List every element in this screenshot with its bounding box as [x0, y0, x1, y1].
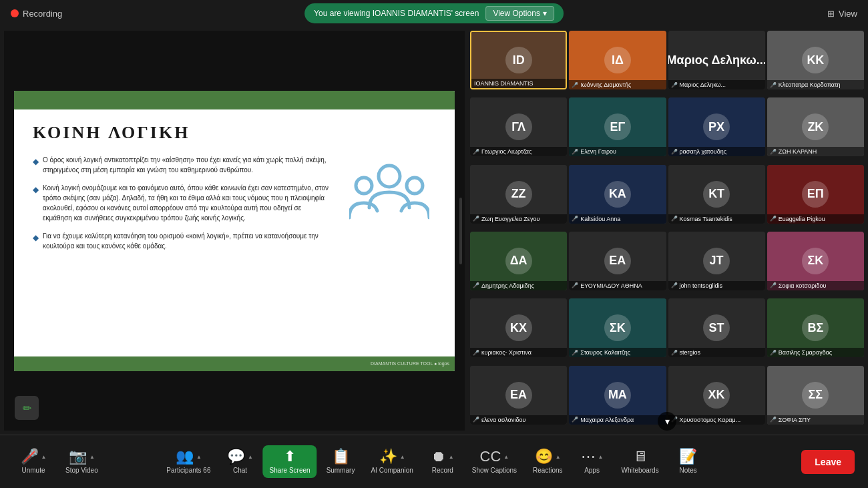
whiteboards-button[interactable]: 🖥 Whiteboards: [615, 445, 666, 478]
avatar: ΚΤ: [703, 181, 730, 208]
svg-point-2: [407, 178, 423, 194]
participant-name-bar: 🎤Σταυρος Καλαιτζης: [569, 348, 666, 357]
toolbar-left: 🎤 ▲ Unmute 📷 ▲ Stop Video: [13, 445, 105, 478]
participant-name-bar: 🎤Μαχαιρα Αλεξανδρα: [569, 415, 666, 425]
notes-label: Notes: [680, 467, 697, 474]
unmute-caret[interactable]: ▲: [41, 454, 47, 460]
participant-name-bar: 🎤Βασιλης Σμαραγδας: [767, 348, 864, 357]
captions-caret[interactable]: ▲: [503, 454, 509, 460]
participant-tile: ΕΑ🎤ΕΥΟΥΜΙΑΔΟΥ ΑΘΗΝΑ: [569, 232, 666, 290]
annotation-button[interactable]: ✏: [15, 396, 39, 420]
chat-icon: 💬: [227, 449, 245, 464]
avatar: ΔΑ: [505, 248, 532, 274]
participants-caret[interactable]: ▲: [196, 454, 202, 460]
participant-name-bar: 🎤Kosmas Tsantekidis: [668, 214, 765, 224]
participant-tile: ΜΑ🎤Μαχαιρα Αλεξανδρα: [569, 366, 666, 425]
mic-off-icon: 🎤: [770, 350, 777, 356]
scroll-down-button[interactable]: ▾: [658, 412, 676, 431]
avatar: ΕΓ: [604, 113, 631, 140]
chat-caret[interactable]: ▲: [248, 454, 253, 460]
participant-tile: ΚΤ🎤Kosmas Tsantekidis: [668, 165, 765, 224]
companion-button[interactable]: ✨ ▲ AI Companion: [364, 445, 419, 478]
record-caret[interactable]: ▲: [449, 454, 454, 460]
avatar: ΖΚ: [802, 113, 829, 140]
slide-text-area: ΚΟΙNH ΛΟΓΙΚΗ ◆ Ο όρος κοινή λογική αντικ…: [33, 123, 329, 259]
mic-off-icon: 🎤: [473, 417, 479, 423]
participant-tile: ΙΔ🎤Ιωάννης Διαμαντής: [569, 31, 666, 89]
reactions-icon: 😊: [535, 449, 553, 464]
avatar: ID: [505, 47, 532, 73]
notes-icon: 📝: [679, 449, 697, 464]
stop-video-button[interactable]: 📷 ▲ Stop Video: [59, 445, 105, 478]
mic-off-icon: 🎤: [671, 216, 678, 222]
participant-name-bar: 🎤Euaggelia Pigkou: [767, 214, 864, 224]
chat-button[interactable]: 💬 ▲ Chat: [220, 445, 260, 478]
toolbar-center: 👥 ▲ Participants 66 💬 ▲ Chat ⬆ Share Scr…: [160, 445, 708, 478]
apps-label: Apps: [584, 467, 600, 474]
notes-button[interactable]: 📝 Notes: [668, 445, 708, 478]
mic-off-icon: 🎤: [671, 350, 678, 356]
participant-name-bar: 🎤john tentsoglidis: [668, 281, 765, 290]
mic-off-icon: 🎤: [572, 149, 578, 155]
video-caret[interactable]: ▲: [89, 454, 95, 460]
top-right: ⊞ View: [827, 9, 857, 19]
top-bar: Recording You are viewing IOANNIS DIAMAN…: [0, 0, 868, 27]
avatar: ΣΣ: [802, 382, 829, 409]
leave-button[interactable]: Leave: [801, 450, 855, 474]
slide-bullet-3: ◆ Για να έχουμε καλύτερη κατανόηση του ο…: [33, 231, 329, 251]
share-screen-label: Share Screen: [269, 467, 310, 474]
participant-tile: ΖΚ🎤ΖΩΗ ΚΑΡΑΝΗ: [767, 97, 864, 156]
record-button[interactable]: ⏺ ▲ Record: [423, 445, 463, 478]
reactions-button[interactable]: 😊 ▲ Reactions: [526, 445, 569, 478]
participant-name-bar: 🎤Σοφια κοτσαριδου: [767, 281, 864, 290]
avatar: ST: [703, 314, 730, 341]
mic-off-icon: 🎤: [572, 216, 578, 222]
mic-off-icon: 🎤: [671, 149, 678, 155]
avatar: ΣΚ: [604, 314, 631, 341]
whiteboards-icon: 🖥: [633, 449, 648, 464]
shared-screen-area: ΚΟΙNH ΛΟΓΙΚΗ ◆ Ο όρος κοινή λογική αντικ…: [4, 31, 465, 431]
participant-name-bar: 🎤ελενα ασλανιδου: [470, 415, 567, 425]
bullet-icon-2: ◆: [33, 184, 39, 223]
participant-tile: ΔΑ🎤Δημητρης Αδαμιδης: [470, 232, 567, 290]
mic-off-icon: 🎤: [770, 282, 777, 288]
share-screen-button[interactable]: ⬆ Share Screen: [262, 445, 316, 478]
slide-bottom-bar: DIAMANTIS CULTURE TOOL ● logos: [14, 356, 455, 371]
reactions-label: Reactions: [533, 467, 562, 474]
participants-label: Participants 66: [166, 467, 210, 474]
avatar: ΓΛ: [505, 113, 532, 140]
unmute-label: Unmute: [21, 467, 45, 474]
companion-caret[interactable]: ▲: [400, 454, 405, 460]
avatar: ΚΧ: [505, 314, 532, 341]
summary-button[interactable]: 📋 Summary: [320, 445, 362, 478]
screen-share-banner: You are viewing IOANNIS DIAMANTIS' scree…: [304, 3, 564, 23]
slide-top-bar: [14, 91, 455, 109]
toolbar: 🎤 ▲ Unmute 📷 ▲ Stop Video 👥 ▲ Participan…: [0, 435, 868, 488]
bullet-icon-1: ◆: [33, 156, 39, 175]
mic-off-icon: 🎤: [572, 282, 578, 288]
slide-content: ΚΟΙNH ΛΟΓΙΚΗ ◆ Ο όρος κοινή λογική αντικ…: [14, 91, 455, 371]
participant-tile: ΣΚ🎤Σοφια κοτσαριδου: [767, 232, 864, 290]
mic-off-icon: 🎤: [572, 82, 578, 88]
reactions-caret[interactable]: ▲: [556, 454, 561, 460]
participants-button[interactable]: 👥 ▲ Participants 66: [160, 445, 217, 478]
unmute-button[interactable]: 🎤 ▲ Unmute: [13, 445, 53, 478]
summary-label: Summary: [327, 467, 355, 474]
apps-caret[interactable]: ▲: [598, 454, 604, 460]
view-options-button[interactable]: View Options ▾: [485, 6, 554, 21]
participant-name-bar: 🎤Κλεοπατρα Κορδοπατη: [767, 80, 864, 89]
avatar: JT: [703, 248, 730, 274]
participant-name-bar: 🎤Ζωη Ευαγγελια Ζεγου: [470, 214, 567, 224]
record-icon: ⏺: [431, 449, 446, 464]
apps-button[interactable]: ⋯ ▲ Apps: [572, 445, 612, 478]
captions-label: Show Captions: [472, 467, 517, 474]
apps-icon: ⋯: [581, 449, 596, 464]
whiteboards-label: Whiteboards: [622, 467, 659, 474]
participant-name-bar: 🎤κυριακος- Χριστινα: [470, 348, 567, 357]
video-icon: 📷: [69, 449, 87, 464]
mic-off-icon: 🎤: [473, 350, 479, 356]
chevron-down-icon: ▾: [543, 9, 547, 18]
slide-bullet-1: ◆ Ο όρος κοινή λογική αντικατοπτρίζει τη…: [33, 155, 329, 175]
captions-button[interactable]: CC ▲ Show Captions: [465, 445, 523, 478]
participant-tile: ΕΠ🎤Euaggelia Pigkou: [767, 165, 864, 224]
